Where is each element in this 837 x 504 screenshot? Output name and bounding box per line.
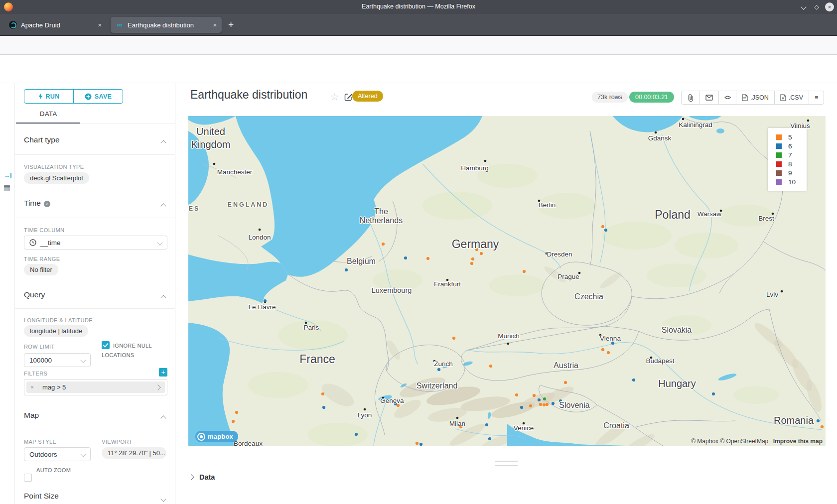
tab-label: Apache Druid (21, 21, 94, 29)
map-label: Poland (655, 208, 691, 221)
altered-badge: Altered (352, 91, 383, 102)
window-title: Earthquake distribution — Mozilla Firefo… (0, 3, 837, 10)
copy-link-button[interactable] (682, 91, 700, 104)
embed-code-button[interactable]: <> (719, 91, 736, 104)
earthquake-point (607, 351, 610, 354)
map-label: Venice (514, 424, 534, 432)
export-csv-button[interactable]: .CSV (775, 91, 809, 104)
section-query[interactable]: Query (24, 290, 167, 299)
window-minimize-icon[interactable] (799, 2, 808, 11)
time-column-select[interactable]: __time (24, 236, 167, 250)
paperclip-icon (687, 94, 694, 102)
section-point-size[interactable]: Point Size (24, 492, 167, 501)
run-button[interactable]: RUN (24, 90, 74, 103)
map-label: France (299, 353, 335, 366)
map-label: Hungary (658, 378, 696, 389)
favorite-star-icon[interactable]: ☆ (330, 91, 339, 103)
add-filter-button[interactable]: + (159, 368, 167, 377)
map-label: Slovakia (662, 326, 692, 334)
clock-icon (29, 239, 36, 246)
map-label: London (248, 234, 271, 241)
lightning-icon (38, 93, 43, 100)
chart-area: Earthquake distribution ☆ Altered 73k ro… (175, 83, 837, 504)
map-label: Berlin (539, 201, 556, 209)
expand-dataset-panel-icon[interactable]: → (3, 172, 11, 179)
attribution-mapbox[interactable]: © Mapbox (691, 438, 718, 445)
chart-title[interactable]: Earthquake distribution (190, 88, 307, 102)
map-label: Gdansk (648, 134, 672, 142)
city-dot (259, 229, 261, 231)
legend-item: 10 (776, 177, 807, 186)
viz-type-value[interactable]: deck.gl Scatterplot (24, 172, 89, 184)
row-limit-select[interactable]: 100000 (24, 353, 91, 367)
section-chart-type[interactable]: Chart type (24, 135, 167, 144)
more-actions-menu[interactable]: ≡ (809, 91, 824, 104)
mapbox-logo[interactable]: mapbox (195, 431, 238, 442)
earthquake-point (523, 270, 526, 273)
map-label: Milan (449, 420, 465, 427)
earthquake-point (437, 368, 440, 371)
earthquake-point (601, 348, 604, 351)
lonlat-value[interactable]: longitude | latitude (24, 325, 88, 337)
map-label: Germany (452, 238, 499, 251)
legend-swatch (776, 161, 782, 167)
filter-container: × mag > 5 (24, 379, 167, 395)
earthquake-point (235, 411, 238, 414)
map-style-select[interactable]: Outdoors (24, 447, 91, 461)
time-range-value[interactable]: No filter (24, 264, 58, 275)
city-dot (655, 131, 657, 134)
tab-close-icon[interactable]: × (98, 21, 102, 29)
attribution-osm[interactable]: © OpenStreetMap (720, 438, 768, 445)
tab-close-icon[interactable]: × (213, 21, 217, 29)
save-button[interactable]: SAVE (74, 90, 123, 103)
city-dot (213, 163, 216, 165)
tab-label: Earthquake distribution (128, 21, 209, 29)
attribution-improve-link[interactable]: Improve this map (773, 438, 823, 445)
data-panel-toggle[interactable]: Data (189, 473, 215, 481)
code-icon: <> (724, 94, 730, 101)
window-maximize-icon[interactable]: ◇ (812, 2, 821, 11)
ignore-null-label-1: IGNORE NULL (113, 343, 152, 349)
resize-drag-handle[interactable] (495, 461, 518, 466)
earthquake-point (632, 378, 635, 381)
map-label: Paris (304, 324, 319, 331)
map-label: Prague (558, 273, 579, 280)
map-label: Luxembourg (372, 286, 412, 294)
earthquake-point (452, 337, 455, 340)
earthquake-point (471, 257, 474, 260)
auto-zoom-label: AUTO ZOOM (36, 467, 71, 473)
browser-toolbar: ← → ↻ 172.18.0.3:32108/superset/explore/… (0, 36, 837, 55)
dataset-grid-icon[interactable]: ▦ (3, 183, 10, 192)
viewport-value[interactable]: 11° 28' 29.70" | 50... (102, 447, 166, 459)
legend-swatch (776, 179, 782, 185)
new-tab-button[interactable]: + (228, 20, 234, 30)
export-json-button[interactable]: .JSON (736, 91, 775, 104)
map-label: Zurich (434, 360, 453, 368)
window-close-icon[interactable]: × (825, 2, 834, 11)
superset-favicon-icon: ∞ (116, 21, 124, 29)
map-canvas: UnitedKingdomGermanyFrancePolandHungaryR… (188, 116, 826, 446)
section-map[interactable]: Map (24, 411, 167, 420)
section-time[interactable]: Timei (24, 199, 167, 208)
earthquake-point (817, 419, 820, 422)
map-label: Croatia (603, 421, 629, 430)
filter-chip[interactable]: × mag > 5 (26, 381, 165, 393)
ignore-null-checkbox[interactable] (102, 341, 110, 349)
filter-value: mag > 5 (42, 383, 66, 391)
auto-zoom-checkbox[interactable] (24, 474, 32, 482)
email-button[interactable] (700, 91, 719, 104)
earthquake-point (321, 392, 324, 395)
map-label: Geneva (380, 397, 404, 404)
map-label: Romania (774, 415, 814, 426)
edit-properties-icon[interactable] (344, 93, 353, 101)
tab-earthquake-distribution[interactable]: ∞ Earthquake distribution × (111, 17, 222, 33)
map-label: ENGLAND (228, 201, 269, 208)
deckgl-map[interactable]: UnitedKingdomGermanyFrancePolandHungaryR… (188, 116, 826, 446)
control-panel: RUN SAVE DATA Chart type VISUALIZATION T… (15, 83, 175, 504)
expand-filter-icon[interactable] (155, 384, 160, 390)
map-label: Warsaw (698, 210, 722, 218)
tab-apache-druid[interactable]: Apache Druid × (4, 17, 107, 33)
remove-filter-icon[interactable]: × (26, 384, 38, 391)
dataset-rail: → ▦ (0, 83, 15, 504)
tab-data[interactable]: DATA (40, 110, 57, 118)
